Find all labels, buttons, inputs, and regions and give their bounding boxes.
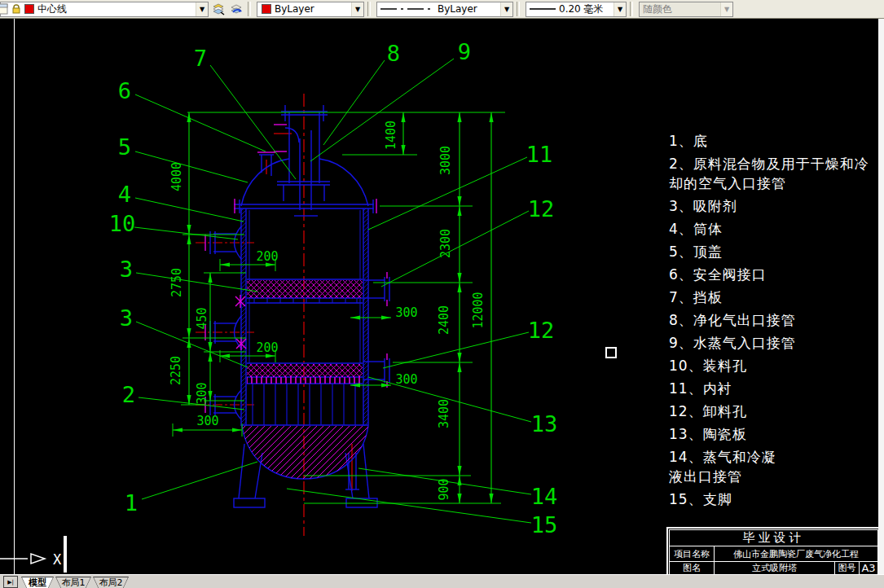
toolbar-separator bbox=[630, 2, 633, 16]
callout-11: 11 bbox=[526, 142, 553, 167]
color-value: ByLayer bbox=[271, 3, 318, 15]
parts-list-item: 6、安全阀接口 bbox=[669, 265, 881, 284]
project-name-label: 项目名称 bbox=[670, 546, 714, 561]
callout-1: 1 bbox=[125, 490, 138, 516]
layer-combo-arrow[interactable]: ▼ bbox=[196, 2, 208, 16]
callout-12a: 12 bbox=[528, 196, 555, 222]
dim-3000: 3000 bbox=[438, 146, 453, 175]
tab-nav-button[interactable]: ▶| bbox=[3, 576, 18, 588]
parts-list: 1、底 2、原料混合物及用于干燥和冷 却的空气入口接管 3、吸附剂 4、筒体 5… bbox=[669, 131, 881, 512]
callout-10: 10 bbox=[109, 211, 136, 236]
bed2-teeth bbox=[247, 377, 363, 384]
parts-list-item: 2、原料混合物及用于干燥和冷 却的空气入口接管 bbox=[669, 154, 881, 193]
make-layer-current-icon bbox=[212, 2, 225, 15]
dim-200-a: 200 bbox=[256, 249, 278, 264]
bottom-head-hatch bbox=[242, 426, 368, 479]
callout-4: 4 bbox=[118, 182, 131, 207]
dim-12000: 12000 bbox=[471, 292, 486, 328]
dim-2750: 2750 bbox=[169, 268, 184, 297]
parts-list-item: 15、支脚 bbox=[669, 489, 881, 509]
tab-layout1[interactable]: 布局1 bbox=[55, 577, 91, 588]
layer-name: 中心线 bbox=[34, 2, 70, 16]
current-color-swatch bbox=[262, 4, 271, 14]
callout-5: 5 bbox=[118, 134, 131, 160]
lineweight-value: 0.20 毫米 bbox=[556, 2, 607, 16]
drawing-name-label: 图名 bbox=[670, 562, 714, 574]
toolbar-separator bbox=[367, 2, 371, 16]
layout-tab-bar: ▶| 模型 布局1 布局2 bbox=[0, 574, 884, 588]
adsorbent-bed-1 bbox=[247, 280, 363, 298]
parts-list-item: 11、内衬 bbox=[669, 379, 881, 398]
drawing-name-value: 立式吸附塔 bbox=[714, 562, 834, 574]
callout-9: 9 bbox=[458, 39, 471, 64]
callout-3b: 3 bbox=[120, 305, 133, 331]
dim-300-b: 300 bbox=[395, 372, 417, 387]
lineweight-sample-icon bbox=[530, 6, 556, 12]
adsorbent-bed-2 bbox=[247, 364, 363, 377]
linetype-value: ByLayer bbox=[434, 3, 481, 15]
dim-3400: 3400 bbox=[437, 399, 451, 428]
drawing-no-value: A3 bbox=[859, 562, 877, 574]
toolbar-separator bbox=[517, 2, 520, 16]
color-combo[interactable]: ByLayer ▼ bbox=[257, 2, 364, 17]
tab-layout2[interactable]: 布局2 bbox=[93, 577, 129, 588]
drawing-no-label: 图号 bbox=[834, 562, 859, 574]
layer-color-swatch bbox=[24, 4, 34, 14]
dim-1400: 1400 bbox=[384, 121, 398, 150]
parts-list-item: 8、净化气出口接管 bbox=[669, 310, 881, 330]
callout-3a: 3 bbox=[120, 257, 133, 282]
tab-layout1-label: 布局1 bbox=[56, 577, 90, 588]
plot-style-value: 随颜色 bbox=[640, 2, 675, 16]
ucs-x-label: X bbox=[53, 551, 62, 568]
callout-14: 14 bbox=[531, 484, 558, 509]
dim-900: 900 bbox=[437, 478, 451, 500]
callout-6: 6 bbox=[118, 78, 131, 103]
linetype-combo[interactable]: ByLayer ▼ bbox=[376, 2, 513, 17]
lineweight-combo-arrow[interactable]: ▼ bbox=[614, 2, 626, 16]
layer-combo[interactable]: 中心线 ▼ bbox=[0, 2, 209, 17]
linetype-sample-icon bbox=[380, 6, 434, 12]
parts-list-item: 4、筒体 bbox=[669, 219, 881, 239]
dim-2400: 2400 bbox=[437, 305, 451, 335]
toolbar-separator bbox=[248, 2, 251, 16]
crosshair-pickbox-cursor bbox=[605, 347, 617, 358]
dim-300-a: 300 bbox=[395, 305, 417, 320]
plot-style-combo: 随颜色 ▼ bbox=[639, 2, 733, 17]
callout-12b: 12 bbox=[528, 318, 555, 343]
linetype-combo-arrow[interactable]: ▼ bbox=[500, 2, 512, 16]
tab-layout2-label: 布局2 bbox=[94, 577, 128, 588]
parts-list-item: 7、挡板 bbox=[669, 287, 881, 307]
callout-15: 15 bbox=[531, 512, 558, 538]
callout-13: 13 bbox=[531, 411, 558, 437]
tab-model-label: 模型 bbox=[22, 577, 53, 588]
ucs-y-axis-bar bbox=[64, 536, 67, 573]
properties-toolbar: 中心线 ▼ ByLayer ▼ ByLayer ▼ bbox=[0, 0, 884, 19]
right-scrollbar-strip[interactable] bbox=[878, 18, 884, 574]
title-block: 毕业设计 项目名称 佛山市金鹏陶瓷厂废气净化工程 图名 立式吸附塔 图号 A3 bbox=[666, 527, 881, 577]
layer-freeze-icon bbox=[0, 3, 9, 15]
ucs-icon: X bbox=[0, 551, 62, 568]
parts-list-item: 9、水蒸气入口接管 bbox=[669, 333, 881, 353]
make-object-layer-current-button[interactable] bbox=[210, 2, 226, 17]
parts-list-item: 13、陶瓷板 bbox=[669, 424, 881, 444]
layer-previous-button[interactable] bbox=[228, 2, 244, 17]
grid-ticks bbox=[254, 298, 357, 303]
parts-list-item: 5、顶盖 bbox=[669, 242, 881, 261]
parts-list-item: 12、卸料孔 bbox=[669, 402, 881, 421]
color-combo-arrow[interactable]: ▼ bbox=[351, 2, 363, 16]
title-block-title: 毕业设计 bbox=[670, 530, 877, 546]
tab-model[interactable]: 模型 bbox=[21, 577, 54, 588]
canvas-left-separator bbox=[14, 18, 15, 574]
dim-450: 450 bbox=[195, 307, 209, 329]
plot-style-combo-arrow: ▼ bbox=[720, 2, 732, 16]
parts-list-item: 10、装料孔 bbox=[669, 356, 881, 375]
dim-300-c: 300 bbox=[196, 414, 218, 428]
parts-list-item: 14、蒸气和冷凝 液出口接管 bbox=[669, 447, 881, 486]
layer-lock-icon bbox=[11, 3, 22, 15]
lineweight-combo[interactable]: 0.20 毫米 ▼ bbox=[526, 2, 627, 17]
parts-list-item: 3、吸附剂 bbox=[669, 196, 881, 216]
layer-previous-icon bbox=[230, 2, 243, 15]
project-name-value: 佛山市金鹏陶瓷厂废气净化工程 bbox=[714, 546, 877, 561]
autocad-window: { "toolbar": { "layer_name": "中心线", "col… bbox=[0, 0, 884, 588]
parts-list-item: 1、底 bbox=[669, 131, 881, 151]
